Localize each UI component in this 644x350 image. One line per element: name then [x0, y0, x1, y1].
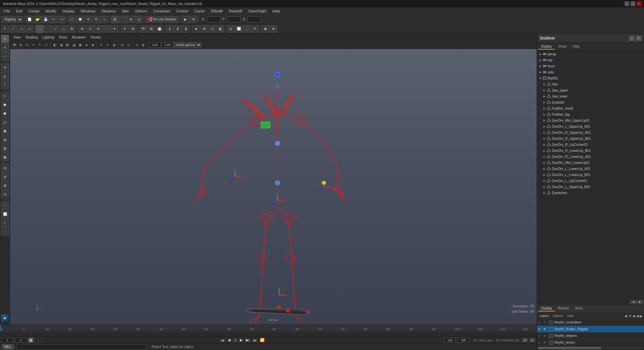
sculpt-button[interactable]: 〰: [1, 52, 9, 60]
layer-btn-2[interactable]: ▼: [629, 314, 632, 318]
x-input[interactable]: [207, 16, 220, 22]
frame-button[interactable]: ⬜: [235, 25, 243, 33]
tool4-button[interactable]: ⬣: [1, 109, 9, 117]
lasso2-button[interactable]: ⤴: [1, 81, 9, 89]
obj-mode-button[interactable]: □: [36, 25, 43, 33]
command-line-input[interactable]: [16, 344, 147, 350]
tool5-button[interactable]: ◫: [1, 118, 9, 126]
layer-sub-help[interactable]: Help: [566, 314, 575, 317]
new-file-button[interactable]: 📄: [26, 16, 33, 23]
layer-play-bones[interactable]: P: [544, 341, 548, 344]
snap4-button[interactable]: ✦: [111, 25, 118, 33]
paint-effects-button[interactable]: ✎: [1, 44, 9, 52]
vert-mode-button[interactable]: ·: [44, 25, 51, 33]
snap-grid-button[interactable]: ⊞: [111, 16, 118, 23]
tool8-button[interactable]: ▥: [1, 144, 9, 152]
quad-draw-button[interactable]: ⬡: [1, 92, 9, 100]
layer-vis-controllers[interactable]: V: [538, 321, 542, 324]
layer-btn-1[interactable]: ◀: [625, 314, 627, 318]
snap-view-button[interactable]: ◎: [135, 16, 143, 23]
pivot2-button[interactable]: ⊙: [87, 25, 94, 33]
vp-xray2-button[interactable]: ◐: [141, 42, 147, 48]
snap3-button[interactable]: ⟂: [103, 25, 110, 33]
edge-mode-button[interactable]: ╱: [52, 25, 59, 33]
scroll-right-button[interactable]: ▶: [637, 300, 643, 304]
tree-item-eyelashes[interactable]: ▶ Eyelashes: [537, 190, 644, 196]
q1-button[interactable]: 1: [166, 25, 173, 33]
layer-play-helpers[interactable]: P: [544, 334, 548, 338]
viewport-menu-lighting[interactable]: Lighting: [40, 35, 56, 40]
render-button[interactable]: ▶: [182, 16, 189, 23]
layer-row-helpers[interactable]: V P Neytiri_helpers: [537, 333, 644, 339]
tool13-button[interactable]: ⊡: [1, 190, 9, 198]
vp-shade2-button[interactable]: ◨: [58, 42, 64, 48]
layer-scroll-track[interactable]: [538, 347, 643, 349]
vp-light1-button[interactable]: ☀: [98, 42, 104, 48]
scroll-left-button[interactable]: ◀: [630, 300, 637, 304]
tree-item-geodrv-l-lipcorner01[interactable]: ▶ GeoDrv_L_LipCorner01: [537, 178, 644, 184]
vp-paint-button[interactable]: ✎: [37, 42, 43, 48]
tool10-button[interactable]: ⊟: [1, 164, 9, 172]
tree-item-jaw-lower[interactable]: ▶ Jaw_lower: [537, 93, 644, 99]
tree-item-top[interactable]: ▶ top: [537, 57, 644, 63]
z-input[interactable]: [248, 16, 261, 22]
tree-item-geodrv-l-lowerlip-b01[interactable]: ▶ GeoDrv_L_LowerLip_B01: [537, 172, 644, 178]
q3-button[interactable]: 3: [182, 25, 190, 33]
lasso-tool-button[interactable]: 🔲: [76, 16, 84, 23]
q2-button[interactable]: 2: [174, 25, 181, 33]
grid-button[interactable]: ⊞: [201, 25, 208, 33]
frame-input2[interactable]: [35, 338, 42, 343]
vp-frame-button[interactable]: ⊡: [24, 42, 30, 48]
loop-button[interactable]: 🔁: [259, 338, 266, 342]
snapshot-button[interactable]: 📷: [140, 25, 147, 33]
play-button[interactable]: ▶: [239, 338, 244, 342]
layer-btn-4[interactable]: ▶▶: [637, 314, 643, 318]
tree-item-bip001[interactable]: ▼ Bip001: [537, 75, 644, 81]
isolate-button[interactable]: ◎: [227, 25, 234, 33]
menu-help[interactable]: Help: [270, 8, 283, 14]
next-frame-button[interactable]: ▶|: [245, 338, 251, 342]
vp-grid-button[interactable]: ⊞: [119, 42, 125, 48]
tool16-button[interactable]: ▪: [1, 219, 9, 227]
vp-isolate2-button[interactable]: ◎: [134, 42, 140, 48]
menu-constraint[interactable]: Constraint: [151, 8, 173, 14]
viewport-menu-show[interactable]: Show: [57, 35, 69, 40]
menu-edit[interactable]: Edit: [13, 8, 25, 14]
vp-shade3-button[interactable]: ◩: [64, 42, 70, 48]
layer-vis-bones[interactable]: V: [538, 341, 542, 344]
menu-windows[interactable]: Windows: [78, 8, 98, 14]
playback-end-input[interactable]: [457, 338, 469, 343]
vp-shadow-button[interactable]: ◑: [111, 42, 117, 48]
snap-curve-button[interactable]: ⌒: [119, 16, 126, 23]
redo-button[interactable]: ↪: [58, 16, 65, 23]
paint-select-button[interactable]: ◁: [17, 25, 25, 33]
viewport-menu-panels[interactable]: Panels: [89, 35, 103, 40]
layer-tab-display[interactable]: Display: [538, 306, 555, 311]
layer-sub-layers[interactable]: Layers: [538, 314, 550, 317]
vp-shade5-button[interactable]: ▣: [77, 42, 83, 48]
tool3-button[interactable]: ⬢: [1, 101, 9, 109]
menu-openflight[interactable]: OpenFlight: [246, 8, 269, 14]
menu-file[interactable]: File: [1, 8, 13, 14]
mel-button[interactable]: MEL: [2, 344, 14, 349]
align-button[interactable]: ⊖: [95, 25, 102, 33]
restore-button[interactable]: □: [631, 1, 635, 6]
open-file-button[interactable]: 📂: [34, 16, 41, 23]
prev-frame-button[interactable]: ◀: [227, 338, 231, 342]
vp-shade6-button[interactable]: ◈: [84, 42, 90, 48]
timeline-ruler[interactable]: 1 5 10 15 20 25 30 35 40 45 50: [0, 325, 537, 332]
mode-dropdown[interactable]: Rigging: [1, 16, 23, 23]
layer-scroll-thumb[interactable]: [538, 347, 601, 349]
tool14-button[interactable]: ⬛: [1, 201, 9, 209]
tree-item-geodrv-r-lowerlip-a01[interactable]: ▶ GeoDrv_R_LowerLip_A01: [537, 154, 644, 160]
vp-shade7-button[interactable]: ◉: [90, 42, 96, 48]
tree-item-eyeballs[interactable]: ▶ Eyeballs: [537, 99, 644, 105]
tool6-button[interactable]: ▣: [1, 127, 9, 135]
save-file-button[interactable]: 💾: [42, 16, 49, 23]
tree-item-geodrv-r-upperlip-b01[interactable]: ▶ GeoDrv_R_UpperLip_B01: [537, 135, 644, 141]
live-surface-button[interactable]: 🧲 No Live Surface: [146, 16, 179, 23]
minimize-button[interactable]: ─: [625, 1, 629, 6]
layer-play-avatar[interactable]: P: [544, 328, 548, 331]
layer-tab-render[interactable]: Render: [555, 306, 572, 311]
tool11-button[interactable]: ⊞: [1, 173, 9, 181]
